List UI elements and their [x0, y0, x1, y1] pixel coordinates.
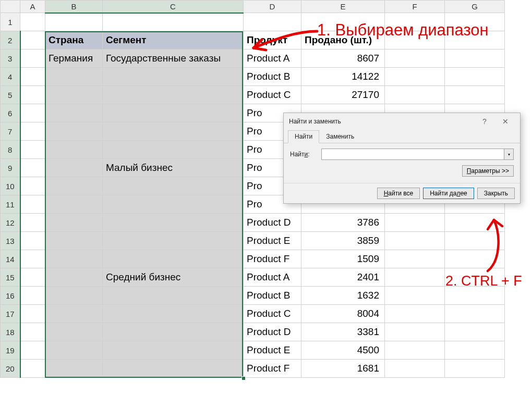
cell-C18[interactable]: [103, 323, 244, 341]
cell-B10[interactable]: [45, 177, 103, 195]
cell-F5[interactable]: [385, 86, 445, 104]
cell-G13[interactable]: [445, 232, 505, 250]
find-all-button[interactable]: Найти все: [377, 188, 420, 199]
cell-A2[interactable]: [20, 31, 45, 50]
row-header-17[interactable]: 17: [1, 305, 20, 323]
dialog-close-button[interactable]: ✕: [495, 114, 516, 129]
cell-E1[interactable]: [301, 13, 385, 31]
cell-C1[interactable]: [103, 13, 244, 31]
cell-F16[interactable]: [385, 287, 445, 305]
row-header-3[interactable]: 3: [1, 50, 20, 68]
cell-C10[interactable]: [103, 177, 244, 195]
cell-A19[interactable]: [20, 341, 45, 360]
cell-F1[interactable]: [385, 13, 445, 31]
cell-E4[interactable]: 14122: [301, 68, 385, 86]
cell-B7[interactable]: [45, 122, 103, 141]
cell-A8[interactable]: [20, 141, 45, 159]
cell-F12[interactable]: [385, 214, 445, 232]
cell-F20[interactable]: [385, 360, 445, 378]
cell-D13[interactable]: Product E: [244, 232, 301, 250]
cell-G16[interactable]: [445, 287, 505, 305]
close-button[interactable]: Закрыть: [477, 188, 515, 199]
find-input[interactable]: [321, 149, 504, 160]
cell-C11[interactable]: [103, 195, 244, 214]
cell-A7[interactable]: [20, 122, 45, 141]
cell-D19[interactable]: Product E: [244, 341, 301, 360]
tab-find[interactable]: Найти: [288, 130, 319, 143]
cell-E17[interactable]: 8004: [301, 305, 385, 323]
cell-C15[interactable]: Средний бизнес: [103, 268, 244, 287]
cell-F3[interactable]: [385, 50, 445, 68]
row-header-19[interactable]: 19: [1, 341, 20, 360]
cell-D1[interactable]: [244, 13, 301, 31]
cell-G12[interactable]: [445, 214, 505, 232]
cell-B11[interactable]: [45, 195, 103, 214]
find-next-button[interactable]: Найти далее: [423, 188, 474, 199]
cell-A4[interactable]: [20, 68, 45, 86]
row-header-10[interactable]: 10: [1, 177, 20, 195]
cell-B6[interactable]: [45, 104, 103, 122]
cell-E16[interactable]: 1632: [301, 287, 385, 305]
cell-D14[interactable]: Product F: [244, 250, 301, 268]
cell-G3[interactable]: [445, 50, 505, 68]
cell-A11[interactable]: [20, 195, 45, 214]
cell-A20[interactable]: [20, 360, 45, 378]
cell-A5[interactable]: [20, 86, 45, 104]
cell-B12[interactable]: [45, 214, 103, 232]
cell-B4[interactable]: [45, 68, 103, 86]
cell-D18[interactable]: Product D: [244, 323, 301, 341]
cell-E5[interactable]: 27170: [301, 86, 385, 104]
dialog-help-button[interactable]: ?: [474, 114, 495, 129]
col-header-D[interactable]: D: [244, 1, 301, 13]
cell-C8[interactable]: [103, 141, 244, 159]
cell-G20[interactable]: [445, 360, 505, 378]
find-input-dropdown[interactable]: ▾: [504, 149, 514, 160]
col-header-G[interactable]: G: [445, 1, 505, 13]
cell-B5[interactable]: [45, 86, 103, 104]
cell-D20[interactable]: Product F: [244, 360, 301, 378]
cell-F17[interactable]: [385, 305, 445, 323]
cell-E12[interactable]: 3786: [301, 214, 385, 232]
cell-D12[interactable]: Product D: [244, 214, 301, 232]
cell-C2[interactable]: Сегмент: [103, 31, 244, 50]
cell-F19[interactable]: [385, 341, 445, 360]
row-header-5[interactable]: 5: [1, 86, 20, 104]
cell-E3[interactable]: 8607: [301, 50, 385, 68]
cell-C4[interactable]: [103, 68, 244, 86]
cell-C13[interactable]: [103, 232, 244, 250]
row-header-13[interactable]: 13: [1, 232, 20, 250]
cell-C6[interactable]: [103, 104, 244, 122]
col-header-A[interactable]: A: [20, 1, 45, 13]
cell-B15[interactable]: [45, 268, 103, 287]
cell-A14[interactable]: [20, 250, 45, 268]
cell-B14[interactable]: [45, 250, 103, 268]
row-header-12[interactable]: 12: [1, 214, 20, 232]
cell-B3[interactable]: Германия: [45, 50, 103, 68]
cell-A6[interactable]: [20, 104, 45, 122]
row-header-16[interactable]: 16: [1, 287, 20, 305]
cell-F18[interactable]: [385, 323, 445, 341]
col-header-B[interactable]: B: [45, 1, 103, 13]
select-all-corner[interactable]: [1, 1, 20, 13]
cell-E19[interactable]: 4500: [301, 341, 385, 360]
row-header-1[interactable]: 1: [1, 13, 20, 31]
tab-replace[interactable]: Заменить: [319, 130, 361, 143]
cell-G14[interactable]: [445, 250, 505, 268]
row-header-8[interactable]: 8: [1, 141, 20, 159]
row-header-9[interactable]: 9: [1, 159, 20, 177]
dialog-titlebar[interactable]: Найти и заменить ? ✕: [284, 113, 520, 130]
cell-A12[interactable]: [20, 214, 45, 232]
cell-F13[interactable]: [385, 232, 445, 250]
cell-A13[interactable]: [20, 232, 45, 250]
cell-B17[interactable]: [45, 305, 103, 323]
cell-E2[interactable]: Продано (шт.): [301, 31, 385, 50]
cell-C16[interactable]: [103, 287, 244, 305]
cell-C17[interactable]: [103, 305, 244, 323]
cell-C20[interactable]: [103, 360, 244, 378]
cell-F14[interactable]: [385, 250, 445, 268]
cell-D17[interactable]: Product C: [244, 305, 301, 323]
cell-E15[interactable]: 2401: [301, 268, 385, 287]
row-header-11[interactable]: 11: [1, 195, 20, 214]
cell-A16[interactable]: [20, 287, 45, 305]
cell-G19[interactable]: [445, 341, 505, 360]
